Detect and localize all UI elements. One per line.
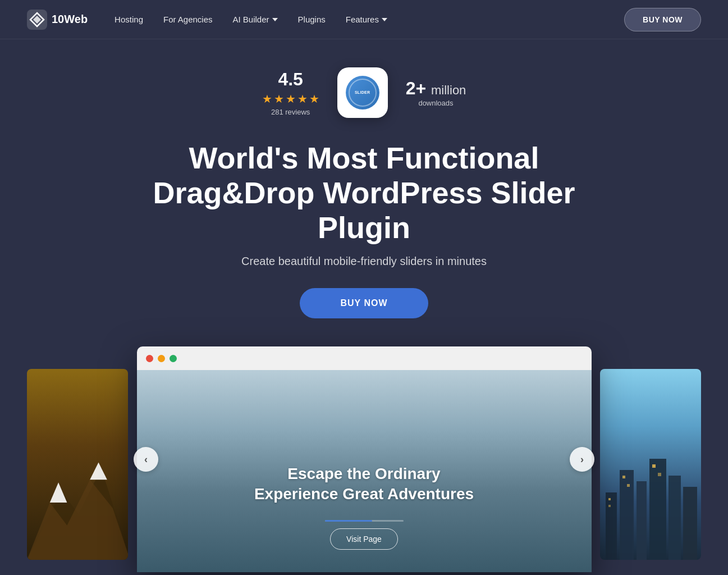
slider-preview-text: Escape the Ordinary Experience Great Adv… — [254, 464, 474, 505]
svg-rect-14 — [627, 484, 630, 487]
hero-subtitle: Create beautiful mobile-friendly sliders… — [241, 255, 487, 268]
star-2: ★ — [274, 92, 284, 106]
slider-title-line2: Experience Great Adventures — [254, 484, 474, 504]
svg-rect-7 — [637, 481, 647, 560]
reviews-label: 281 reviews — [271, 108, 310, 116]
mountain-shape — [27, 445, 128, 560]
star-5: ★ — [309, 92, 319, 106]
rating-number: 4.5 — [278, 69, 303, 90]
aibuilder-chevron-icon — [272, 18, 278, 21]
browser-dot-yellow — [158, 355, 165, 362]
slider-title-line1: Escape the Ordinary — [254, 464, 474, 484]
side-image-left — [27, 369, 128, 560]
nav-hosting[interactable]: Hosting — [115, 15, 143, 24]
star-3: ★ — [286, 92, 296, 106]
browser-dot-green — [170, 355, 177, 362]
star-4: ★ — [297, 92, 308, 106]
rating-block: 4.5 ★ ★ ★ ★ ★ 281 reviews — [262, 69, 319, 116]
city-shape — [600, 425, 701, 560]
svg-rect-10 — [683, 487, 697, 560]
slider-progress-fill — [325, 520, 372, 522]
svg-rect-13 — [622, 476, 625, 478]
browser-dot-red — [146, 355, 153, 362]
svg-rect-16 — [658, 473, 661, 476]
plugin-icon: SLIDER — [337, 67, 388, 118]
nav-agencies[interactable]: For Agencies — [163, 15, 213, 24]
slider-ring — [349, 79, 377, 107]
svg-marker-3 — [50, 483, 67, 503]
prev-arrow[interactable]: ‹ — [134, 447, 158, 472]
hero-buy-button[interactable]: BUY NOW — [300, 288, 428, 318]
downloads-unit: million — [431, 83, 466, 97]
slider-progress-bar-wrap — [325, 520, 404, 522]
browser-titlebar — [137, 346, 592, 370]
brand-name: 10Web — [52, 13, 88, 26]
svg-marker-4 — [90, 463, 107, 480]
demo-wrapper: ‹ Escape the Ordinary Experience Great A… — [27, 346, 701, 572]
star-rating: ★ ★ ★ ★ ★ — [262, 92, 319, 106]
browser-mockup: Escape the Ordinary Experience Great Adv… — [137, 346, 592, 572]
svg-rect-6 — [620, 470, 634, 560]
nav-links: Hosting For Agencies AI Builder Plugins … — [115, 15, 624, 24]
features-chevron-icon — [382, 18, 387, 21]
svg-rect-9 — [669, 476, 681, 560]
brand-logo[interactable]: 10Web — [27, 10, 88, 30]
slider-preview: Escape the Ordinary Experience Great Adv… — [137, 370, 592, 572]
downloads-label: downloads — [418, 99, 453, 107]
stats-row: 4.5 ★ ★ ★ ★ ★ 281 reviews SLIDER 2+ mill… — [262, 67, 466, 118]
visit-page-button[interactable]: Visit Page — [330, 528, 398, 550]
star-1: ★ — [262, 92, 272, 106]
nav-aibuilder[interactable]: AI Builder — [233, 15, 278, 24]
svg-marker-2 — [27, 480, 128, 560]
svg-rect-12 — [608, 505, 611, 507]
next-arrow[interactable]: › — [570, 447, 594, 472]
svg-rect-5 — [606, 492, 617, 560]
hero-section: 4.5 ★ ★ ★ ★ ★ 281 reviews SLIDER 2+ mill… — [0, 39, 728, 572]
svg-rect-15 — [652, 464, 656, 468]
hero-title: World's Most Functional Drag&Drop WordPr… — [123, 140, 606, 245]
downloads-number: 2+ million — [406, 78, 466, 99]
svg-rect-11 — [608, 498, 611, 500]
side-image-right — [600, 369, 701, 560]
nav-features[interactable]: Features — [346, 15, 387, 24]
navbar: 10Web Hosting For Agencies AI Builder Pl… — [0, 0, 728, 39]
downloads-block: 2+ million downloads — [406, 78, 466, 107]
nav-buy-button[interactable]: BUY NOW — [624, 8, 701, 31]
nav-plugins[interactable]: Plugins — [298, 15, 326, 24]
